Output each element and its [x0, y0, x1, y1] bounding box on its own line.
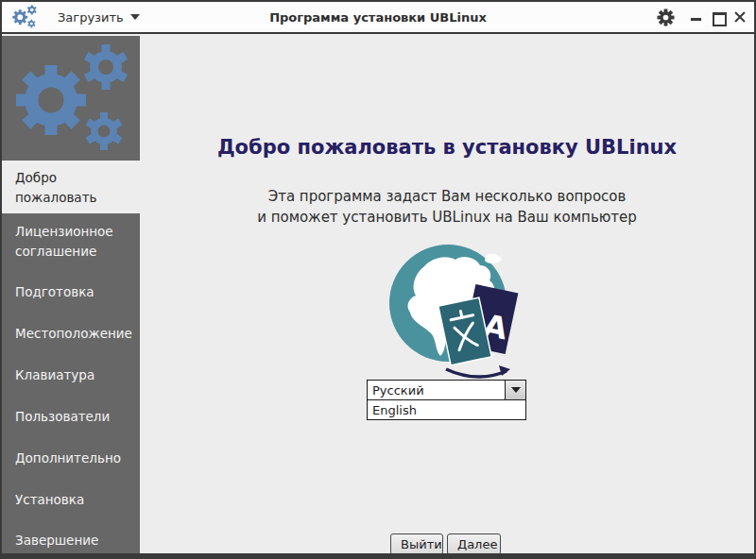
minimize-icon[interactable]: [690, 10, 703, 24]
dropdown-arrow-icon[interactable]: [505, 381, 525, 399]
chevron-down-icon: [130, 14, 140, 20]
load-menu-label: Загрузить: [58, 10, 124, 25]
main-content: Добро пожаловать в установку UBLinux Эта…: [140, 36, 754, 553]
sidebar-item-keyboard[interactable]: Клавиатура: [2, 365, 140, 385]
language-dropdown-list: English: [367, 399, 526, 420]
language-option-english[interactable]: English: [368, 403, 417, 417]
window-controls: [690, 10, 747, 24]
installer-window: Загрузить Программа установки UBLinux: [0, 0, 756, 559]
gears-logo-icon: [2, 40, 140, 159]
sidebar: Добро пожаловать Лицензионное соглашение…: [2, 36, 140, 553]
next-button[interactable]: Далее: [447, 534, 501, 555]
titlebar: Загрузить Программа установки UBLinux: [2, 2, 754, 34]
language-select[interactable]: Русский: [367, 380, 526, 400]
close-icon[interactable]: [733, 10, 747, 24]
sidebar-item-preparation[interactable]: Подготовка: [2, 282, 140, 302]
subtitle-line1: Эта программа задаст Вам несколько вопро…: [140, 186, 754, 207]
load-menu-button[interactable]: Загрузить: [52, 7, 146, 28]
app-gears-icon: [9, 4, 41, 30]
gear-settings-icon[interactable]: [657, 8, 675, 26]
sidebar-item-license[interactable]: Лицензионное соглашение: [2, 222, 140, 262]
sidebar-item-users[interactable]: Пользователи: [2, 407, 140, 427]
subtitle-line2: и поможет установить UBLinux на Ваш комп…: [140, 207, 754, 228]
sidebar-item-location[interactable]: Местоположение: [2, 324, 140, 344]
language-select-value: Русский: [368, 383, 505, 398]
sidebar-item-installation[interactable]: Установка: [2, 490, 140, 510]
maximize-icon[interactable]: [712, 10, 725, 24]
exit-button[interactable]: Выйти: [390, 534, 443, 555]
sidebar-item-completion[interactable]: Завершение: [2, 531, 140, 551]
page-subtitle: Эта программа задаст Вам несколько вопро…: [140, 186, 754, 228]
page-title: Добро пожаловать в установку UBLinux: [140, 136, 754, 159]
globe-translate-icon: A: [387, 243, 529, 384]
sidebar-item-additional[interactable]: Дополнительно: [2, 449, 140, 468]
sidebar-item-welcome[interactable]: Добро пожаловать: [2, 161, 140, 213]
